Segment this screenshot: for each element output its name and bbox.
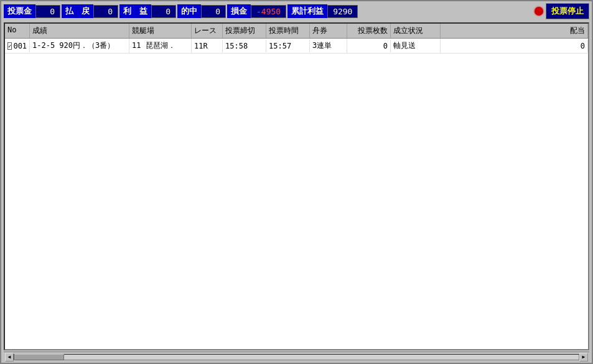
header-venue: 競艇場: [129, 24, 192, 38]
header-ticket: 舟券: [310, 24, 347, 38]
row-status: 軸見送: [391, 39, 441, 53]
header-no: No: [5, 24, 30, 38]
rieki-value: 0: [151, 5, 176, 18]
bottom-scrollbar: ◀ ▶: [4, 352, 589, 362]
table-row[interactable]: 001 1-2-5 920円．（3番） 11 琵琶湖． 11R 15:58 15…: [5, 39, 588, 54]
row-venue: 11 琵琶湖．: [129, 39, 192, 53]
techo-value: 0: [201, 5, 226, 18]
row-ticket: 3連単: [310, 39, 347, 53]
haraimodoshi-value: 0: [93, 5, 118, 18]
header-status: 成立状況: [391, 24, 441, 38]
stop-indicator: [535, 7, 543, 16]
haraimodoshi-item: 払 戻 0: [62, 4, 118, 18]
haraimodoshi-label: 払 戻: [62, 4, 93, 18]
header-deadline: 投票締切: [223, 24, 266, 38]
ruikei-item: 累計利益 9290: [287, 4, 358, 18]
table-body: 001 1-2-5 920円．（3番） 11 琵琶湖． 11R 15:58 15…: [5, 39, 588, 349]
sonkin-item: 損金 -4950: [227, 4, 286, 18]
scrollbar-track[interactable]: [14, 354, 579, 360]
toupyokin-item: 投票金 0: [4, 4, 60, 18]
header-count: 投票枚数: [347, 24, 391, 38]
row-deadline: 15:58: [223, 40, 266, 52]
row-payout: 0: [441, 40, 588, 52]
ruikei-label: 累計利益: [287, 4, 327, 18]
toupyokin-value: 0: [35, 5, 60, 18]
techo-label: 的中: [177, 4, 201, 18]
stop-button-area: 投票停止: [535, 3, 589, 19]
top-bar: 投票金 0 払 戻 0 利 益 0 的中 0 損金 -4950 累計利益 929…: [1, 1, 592, 21]
rieki-item: 利 益 0: [119, 4, 176, 18]
stop-button[interactable]: 投票停止: [546, 3, 589, 19]
rieki-label: 利 益: [119, 4, 151, 18]
toupyokin-label: 投票金: [4, 4, 35, 18]
sonkin-value: -4950: [251, 5, 286, 18]
header-race: レース: [192, 24, 223, 38]
header-result: 成績: [30, 24, 129, 38]
ruikei-value: 9290: [327, 5, 358, 18]
header-payout: 配当: [441, 24, 588, 38]
row-result: 1-2-5 920円．（3番）: [30, 39, 129, 53]
scroll-right-button[interactable]: ▶: [579, 353, 588, 362]
table-container: No 成績 競艇場 レース 投票締切 投票時間 舟券 投票枚数 成立状況 配当 …: [4, 22, 589, 350]
row-count: 0: [347, 40, 391, 52]
row-time: 15:57: [266, 40, 310, 52]
scrollbar-thumb[interactable]: [14, 354, 64, 360]
row-no: 001: [5, 40, 30, 52]
row-checkbox[interactable]: [7, 42, 12, 50]
row-race: 11R: [192, 40, 223, 52]
sonkin-label: 損金: [227, 4, 251, 18]
techo-item: 的中 0: [177, 4, 226, 18]
scroll-left-button[interactable]: ◀: [5, 353, 14, 362]
table-header: No 成績 競艇場 レース 投票締切 投票時間 舟券 投票枚数 成立状況 配当: [5, 24, 588, 39]
header-time: 投票時間: [266, 24, 310, 38]
main-container: 投票金 0 払 戻 0 利 益 0 的中 0 損金 -4950 累計利益 929…: [0, 0, 593, 364]
